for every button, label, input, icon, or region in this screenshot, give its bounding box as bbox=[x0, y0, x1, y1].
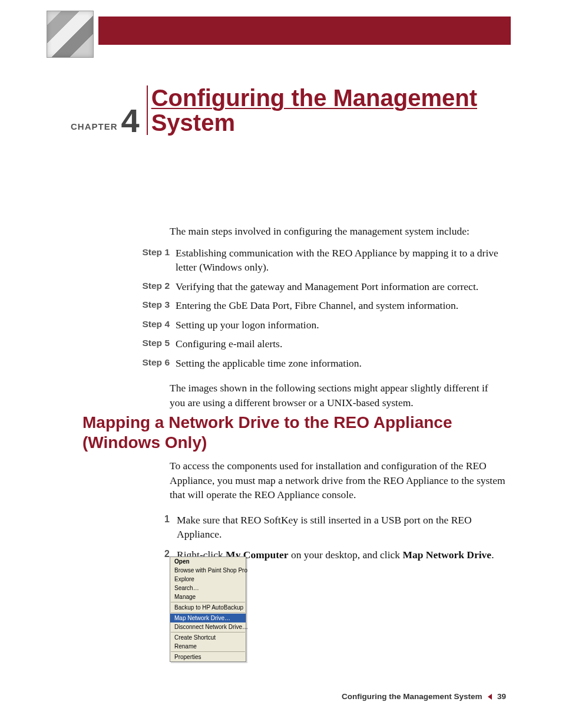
chapter-number: 4 bbox=[121, 107, 143, 135]
step-label: Step 1 bbox=[135, 246, 176, 259]
ctx-item-explore: Explore bbox=[170, 575, 246, 584]
context-menu-screenshot: Open Browse with Paint Shop Pro Explore … bbox=[170, 556, 246, 662]
numbered-row: 1 Make sure that REO SoftKey is still in… bbox=[135, 513, 506, 542]
ctx-separator bbox=[171, 632, 245, 633]
section-heading: Mapping a Network Drive to the REO Appli… bbox=[82, 413, 506, 452]
section-body: To access the components used for instal… bbox=[135, 459, 506, 568]
step-row: Step 5 Configuring e-mail alerts. bbox=[135, 337, 506, 351]
ctx-item-shortcut: Create Shortcut bbox=[170, 633, 246, 642]
ctx-separator bbox=[171, 612, 245, 613]
step-label: Step 4 bbox=[135, 318, 176, 331]
ctx-item-map-network-drive: Map Network Drive… bbox=[170, 614, 246, 622]
step-text: Setting the applicable time zone informa… bbox=[176, 356, 506, 371]
ctx-item-browse: Browse with Paint Shop Pro bbox=[170, 566, 246, 575]
triangle-icon bbox=[488, 694, 492, 700]
step-row: Step 2 Verifying that the gateway and Ma… bbox=[135, 279, 506, 294]
ctx-item-open: Open bbox=[170, 557, 246, 566]
ctx-item-rename: Rename bbox=[170, 642, 246, 651]
step-text: Entering the GbE Data Port, Fibre Channe… bbox=[176, 298, 506, 313]
bold-text: Map Network Drive bbox=[402, 549, 491, 561]
chapter-title-line2: System bbox=[151, 110, 477, 135]
step-label: Step 5 bbox=[135, 337, 176, 350]
ctx-separator bbox=[171, 651, 245, 652]
ctx-item-disconnect: Disconnect Network Drive… bbox=[170, 622, 246, 631]
text-fragment: on your desktop, and click bbox=[289, 549, 403, 561]
body-content: The main steps involved in configuring t… bbox=[135, 224, 506, 410]
header-banner bbox=[98, 17, 511, 45]
list-text: Make sure that REO SoftKey is still inse… bbox=[177, 513, 506, 542]
step-text: Establishing communication with the REO … bbox=[176, 246, 506, 275]
step-row: Step 6 Setting the applicable time zone … bbox=[135, 356, 506, 371]
step-text: Configuring e-mail alerts. bbox=[176, 337, 506, 351]
chapter-divider bbox=[147, 85, 148, 135]
step-label: Step 6 bbox=[135, 356, 176, 369]
footer-page-number: 39 bbox=[497, 692, 506, 701]
page-footer: Configuring the Management System 39 bbox=[0, 692, 562, 701]
step-label: Step 3 bbox=[135, 298, 176, 311]
step-row: Step 3 Entering the GbE Data Port, Fibre… bbox=[135, 298, 506, 313]
chapter-title-line1: Configuring the Management bbox=[151, 85, 477, 110]
intro-paragraph: The main steps involved in configuring t… bbox=[170, 224, 506, 239]
ctx-item-properties: Properties bbox=[170, 653, 246, 661]
ctx-item-search: Search… bbox=[170, 584, 246, 592]
ctx-item-backup: Backup to HP AutoBackup bbox=[170, 603, 246, 612]
step-label: Step 2 bbox=[135, 279, 176, 292]
step-row: Step 1 Establishing communication with t… bbox=[135, 246, 506, 275]
ctx-separator bbox=[171, 602, 245, 602]
chapter-label: CHAPTER bbox=[71, 121, 118, 135]
list-number: 1 bbox=[135, 513, 177, 542]
note-paragraph: The images shown in the following sectio… bbox=[170, 381, 506, 410]
chapter-thumbnail-image bbox=[47, 11, 94, 58]
chapter-title-block: CHAPTER 4 Configuring the Management Sys… bbox=[71, 85, 509, 135]
step-row: Step 4 Setting up your logon information… bbox=[135, 318, 506, 332]
text-fragment: . bbox=[491, 549, 494, 561]
step-text: Verifying that the gateway and Managemen… bbox=[176, 279, 506, 294]
section-paragraph: To access the components used for instal… bbox=[170, 459, 506, 502]
step-text: Setting up your logon information. bbox=[176, 318, 506, 332]
ctx-item-manage: Manage bbox=[170, 592, 246, 601]
footer-title: Configuring the Management System bbox=[342, 692, 482, 701]
